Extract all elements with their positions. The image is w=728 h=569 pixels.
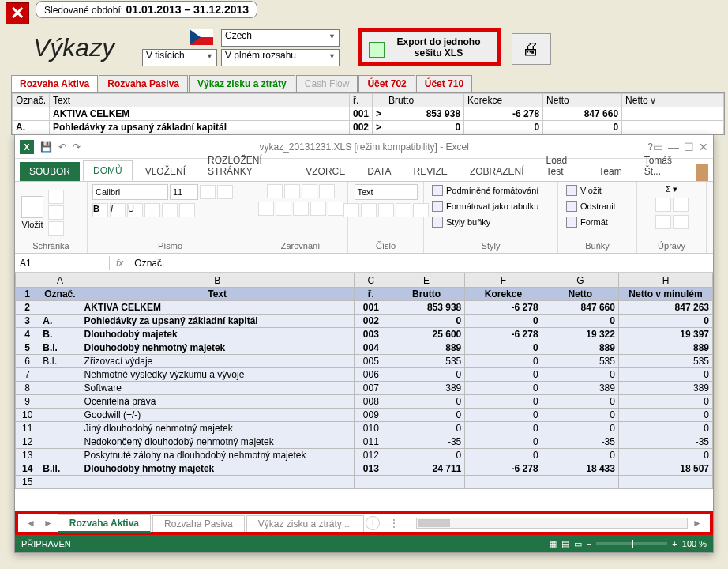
table-row: 13Poskytnuté zálohy na dlouhodobý nehmot… — [16, 449, 713, 462]
period-bubble: Sledované období: 01.01.2013 – 31.12.201… — [36, 1, 257, 18]
tab-vykaz-zisku[interactable]: Výkaz zisku a ztráty — [189, 75, 295, 92]
align-top-icon[interactable] — [267, 184, 283, 198]
table-row: 5B.I.Dlouhodobý nehmotný majetek00488908… — [16, 341, 713, 355]
close-icon[interactable]: ✕ — [699, 141, 708, 153]
indent-inc-icon[interactable] — [328, 202, 343, 216]
tab-team[interactable]: Team — [589, 162, 631, 181]
bold-icon[interactable]: B — [92, 203, 108, 217]
percent-icon[interactable] — [361, 203, 377, 217]
tab-layout[interactable]: ROZLOŽENÍ STRÁNKY — [198, 151, 293, 181]
tab-formulas[interactable]: VZORCE — [296, 162, 355, 181]
table-row: 15 — [16, 476, 713, 489]
sheet-tab-3[interactable]: Výkaz zisku a ztráty ... — [246, 515, 364, 532]
grow-font-icon[interactable] — [200, 185, 216, 199]
format-table-button[interactable]: Formátovat jako tabulku — [429, 200, 542, 213]
tab-cashflow[interactable]: Cash Flow — [296, 75, 358, 92]
currency-icon[interactable] — [343, 203, 359, 217]
tab-ucet-710[interactable]: Účet 710 — [416, 75, 472, 92]
tab-insert[interactable]: VLOŽENÍ — [136, 162, 195, 181]
table-row: 14B.II.Dlouhodobý hmotný majetek01324 71… — [16, 462, 713, 476]
formula-input[interactable]: Označ. — [129, 256, 713, 270]
add-sheet-icon[interactable]: + — [366, 516, 380, 530]
underline-icon[interactable]: U — [127, 203, 143, 217]
orientation-icon[interactable] — [319, 184, 335, 198]
zoom-level[interactable]: 100 % — [682, 539, 707, 548]
zoom-slider[interactable] — [596, 542, 667, 545]
tab-rozvaha-pasiva[interactable]: Rozvaha Pasiva — [99, 75, 188, 92]
sheet-nav-next-icon[interactable]: ► — [40, 518, 56, 529]
undo-icon[interactable]: ↶ — [58, 141, 66, 153]
sheet-nav-prev-icon[interactable]: ◄ — [23, 518, 39, 529]
fx-icon[interactable]: fx — [110, 258, 129, 269]
sheet-tabs: ◄ ► Rozvaha Aktiva Rozvaha Pasiva Výkaz … — [15, 511, 713, 535]
align-right-icon[interactable] — [293, 202, 309, 216]
zoom-out-icon[interactable]: − — [587, 539, 591, 548]
sheet-tab-2[interactable]: Rozvaha Pasiva — [152, 515, 245, 532]
horizontal-scrollbar[interactable] — [416, 518, 688, 529]
format-painter-icon[interactable] — [48, 221, 64, 236]
quick-access-toolbar: X 💾 ↶ ↷ — [20, 140, 81, 154]
user-avatar[interactable] — [696, 164, 708, 181]
tab-ucet-702[interactable]: Účet 702 — [358, 75, 415, 92]
group-cells: Vložit Odstranit Formát Buňky — [558, 182, 637, 253]
language-select[interactable]: Czech — [221, 29, 340, 47]
italic-icon[interactable]: I — [110, 203, 126, 217]
table-row: 3A.Pohledávky za upsaný základní kapitál… — [16, 315, 713, 328]
comma-icon[interactable] — [378, 203, 394, 217]
close-icon[interactable]: ✕ — [6, 2, 29, 24]
worksheet-grid[interactable]: ABCEFGH 1Označ.Textř.BruttoKorekceNettoN… — [15, 273, 713, 510]
print-button[interactable] — [512, 33, 551, 65]
view-break-icon[interactable]: ▭ — [574, 539, 582, 549]
cut-icon[interactable] — [48, 190, 64, 204]
border-icon[interactable] — [144, 203, 160, 217]
name-box[interactable]: A1 — [15, 256, 110, 270]
view-layout-icon[interactable]: ▤ — [561, 539, 569, 549]
clear-icon[interactable] — [655, 215, 671, 229]
tab-review[interactable]: REVIZE — [404, 162, 457, 181]
cell-styles-button[interactable]: Styly buňky — [429, 216, 493, 228]
delete-button[interactable]: Odstranit — [563, 200, 619, 213]
report-table: Označ. Text ř. Brutto Korekce Netto Nett… — [11, 92, 725, 135]
autosum-icon[interactable]: Σ ▾ — [666, 184, 678, 194]
redo-icon[interactable]: ↷ — [73, 141, 81, 153]
tab-file[interactable]: SOUBOR — [20, 162, 80, 181]
copy-icon[interactable] — [48, 205, 64, 220]
paste-button[interactable]: Vložit — [20, 194, 45, 231]
zoom-in-icon[interactable]: + — [672, 539, 677, 548]
table-row: 7Nehmotné výsledky výzkumu a vývoje00600… — [16, 368, 713, 382]
cond-format-button[interactable]: Podmíněné formátování — [429, 184, 542, 197]
units-select[interactable]: V tisících — [142, 49, 217, 66]
numfmt-select[interactable]: Text — [355, 184, 418, 200]
find-icon[interactable] — [673, 215, 689, 229]
font-color-icon[interactable] — [179, 203, 195, 217]
insert-icon — [566, 185, 577, 196]
sort-filter-icon[interactable] — [673, 198, 689, 212]
format-button[interactable]: Formát — [563, 216, 611, 228]
fill-icon[interactable] — [655, 198, 671, 212]
export-xls-button[interactable]: Export do jednoho sešitu XLS — [358, 28, 501, 66]
user-name[interactable]: Tomáš Št... — [635, 151, 689, 181]
view-normal-icon[interactable]: ▦ — [549, 539, 557, 549]
table-row: 12Nedokončený dlouhodobý nehmotný majete… — [16, 435, 713, 449]
align-left-icon[interactable] — [258, 202, 274, 216]
fill-color-icon[interactable] — [162, 203, 178, 217]
shrink-font-icon[interactable] — [217, 185, 233, 199]
tab-rozvaha-aktiva[interactable]: Rozvaha Aktiva — [11, 75, 98, 92]
font-select[interactable]: Calibri — [92, 184, 168, 200]
align-mid-icon[interactable] — [284, 184, 300, 198]
tab-data[interactable]: DATA — [358, 162, 400, 181]
scope-select[interactable]: V plném rozsahu — [221, 49, 340, 66]
size-select[interactable]: 11 — [170, 184, 198, 200]
insert-button[interactable]: Vložit — [563, 184, 605, 197]
excel-window: X 💾 ↶ ↷ vykaz_20131231.XLS [režim kompat… — [14, 134, 714, 553]
tab-view[interactable]: ZOBRAZENÍ — [460, 162, 534, 181]
tab-home[interactable]: DOMŮ — [83, 160, 133, 181]
tab-loadtest[interactable]: Load Test — [537, 151, 587, 181]
save-icon[interactable]: 💾 — [40, 141, 52, 153]
align-bot-icon[interactable] — [302, 184, 317, 198]
scroll-right-icon[interactable]: ► — [689, 518, 705, 529]
align-center-icon[interactable] — [276, 202, 291, 216]
sheet-tab-1[interactable]: Rozvaha Aktiva — [58, 514, 151, 533]
indent-dec-icon[interactable] — [310, 202, 326, 216]
dec-inc-icon[interactable] — [396, 203, 411, 217]
